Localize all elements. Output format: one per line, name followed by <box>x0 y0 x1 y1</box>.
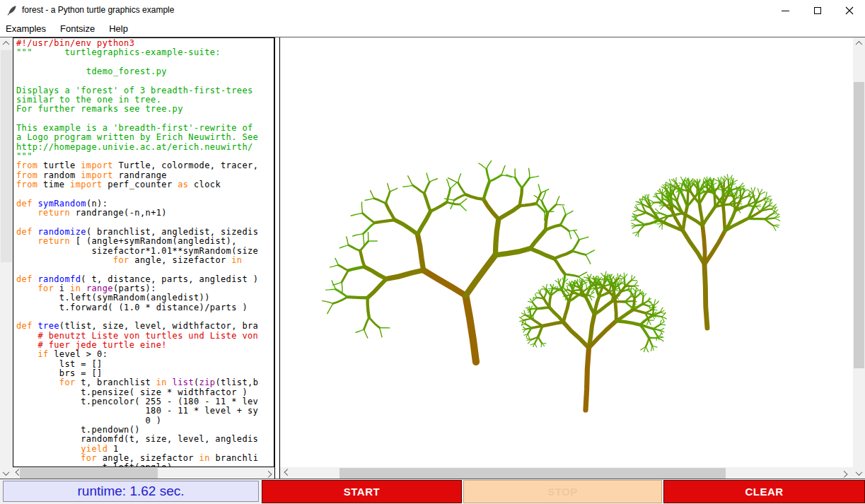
maximize-button[interactable] <box>801 0 833 21</box>
stop-button[interactable]: STOP <box>463 480 662 503</box>
tree-branch <box>363 213 375 223</box>
code-token: def <box>16 321 33 331</box>
close-button[interactable] <box>833 0 865 21</box>
code-token: (parts): <box>113 283 156 293</box>
tree-branch <box>646 346 649 352</box>
tree-branch <box>326 289 336 290</box>
tree-branch <box>662 194 663 202</box>
tree-branch <box>479 163 487 169</box>
tree-branch <box>424 194 431 211</box>
code-line: from random import randrange <box>16 171 274 180</box>
scroll-down-arrow[interactable] <box>0 467 12 479</box>
menu-fontsize[interactable]: Fontsize <box>53 22 102 36</box>
tree-branch <box>577 279 578 283</box>
scroll-down-arrow[interactable] <box>853 467 865 479</box>
code-token: i <box>54 283 70 293</box>
code-line: yield 1 <box>16 445 274 454</box>
code-token: def <box>16 199 33 209</box>
tree-branch <box>667 185 670 188</box>
tree-branch <box>426 173 429 182</box>
scroll-right-arrow[interactable] <box>838 467 850 479</box>
code-token: http://homepage.univie.ac.at/erich.neuwi… <box>16 142 253 152</box>
tree-branch <box>339 245 348 248</box>
code-token: t.pencolor( 255 - (180 - 11 * lev <box>16 397 258 406</box>
menu-help[interactable]: Help <box>102 22 135 36</box>
tree-branch <box>654 202 663 203</box>
code-token: level > 0: <box>49 349 108 359</box>
tree-branch <box>529 168 530 177</box>
scroll-right-arrow[interactable] <box>262 467 274 479</box>
source-code-pane[interactable]: #!/usr/bin/env python3""" turtlegraphics… <box>13 37 274 467</box>
tree-branch <box>330 265 339 267</box>
code-line: for angle, sizefactor in branchli <box>16 454 274 463</box>
code-line: if level > 0: <box>16 350 274 359</box>
tree-branch <box>335 258 338 265</box>
canvas-vertical-scrollbar[interactable] <box>853 37 865 467</box>
code-horizontal-scrollbar[interactable] <box>13 467 274 479</box>
menu-examples[interactable]: Examples <box>0 22 53 36</box>
start-button[interactable]: START <box>262 480 462 503</box>
tree-branch <box>395 220 417 234</box>
tree-branch <box>704 264 707 328</box>
code-line: randomfd(t, size, level, angledis <box>16 435 274 444</box>
tree-branch <box>417 211 430 234</box>
tree-branch <box>369 317 380 328</box>
pane-divider-sash[interactable] <box>274 37 280 479</box>
tree-branch <box>569 231 571 239</box>
code-token: Displays a 'forest' of 3 breadth-first-t… <box>16 86 253 95</box>
code-line: t.pensize( size * widthfactor ) <box>16 388 274 397</box>
scrollbar-thumb[interactable] <box>20 468 158 479</box>
tree-branch <box>465 194 484 199</box>
code-lines: #!/usr/bin/env python3""" turtlegraphics… <box>13 38 274 467</box>
tree-branch <box>560 225 569 230</box>
tree-branch <box>556 197 559 205</box>
tree-branch <box>637 220 644 225</box>
clear-button[interactable]: CLEAR <box>663 480 865 503</box>
title-bar[interactable]: forest - a Python turtle graphics exampl… <box>0 0 865 21</box>
tree-branch <box>586 297 594 315</box>
code-line: def tree(tlist, size, level, widthfactor… <box>16 322 274 331</box>
tree-branch <box>408 176 413 185</box>
menu-bar: Examples Fontsize Help <box>0 21 865 37</box>
scrollbar-thumb[interactable] <box>854 82 864 368</box>
code-line: # benutzt Liste von turtles und Liste vo… <box>16 332 274 341</box>
tree-branch <box>338 265 348 271</box>
minimize-button[interactable] <box>770 0 801 21</box>
code-line: for angle, sizefactor in <box>16 256 274 265</box>
code-token: as <box>178 180 188 189</box>
tree-branch <box>633 310 645 313</box>
python-feather-icon <box>6 4 18 16</box>
scrollbar-thumb[interactable] <box>1 50 12 262</box>
code-line: tdemo_forest.py <box>16 67 274 76</box>
scrollbar-thumb[interactable] <box>339 468 726 479</box>
tree-branch <box>353 234 364 236</box>
scroll-up-arrow[interactable] <box>853 37 865 49</box>
code-token: for <box>37 283 54 293</box>
scroll-left-arrow[interactable] <box>281 467 294 479</box>
scroll-up-arrow[interactable] <box>0 37 12 49</box>
tree-branch <box>660 213 668 216</box>
code-token: This example is a 'breadth-first'-rewrit… <box>16 123 253 133</box>
tree-branch <box>647 320 649 324</box>
status-button-bar: runtime: 1.62 sec. START STOP CLEAR <box>0 479 865 504</box>
tree-branch <box>528 334 530 339</box>
tree-branch <box>753 187 755 194</box>
tree-branch <box>465 295 476 362</box>
tree-branch <box>388 184 390 192</box>
canvas-horizontal-scrollbar[interactable] <box>280 467 853 479</box>
tree-branch <box>643 293 644 297</box>
tree-branch <box>542 192 546 201</box>
tree-branch <box>618 274 620 279</box>
code-token: randomize <box>37 227 86 237</box>
tree-branch <box>458 174 461 183</box>
tree-branch <box>538 184 541 193</box>
tree-branch <box>526 324 531 328</box>
tree-branch <box>774 218 780 221</box>
tree-branch <box>327 303 333 313</box>
tree-branch <box>550 295 551 307</box>
tree-branch <box>661 329 664 331</box>
tree-branch <box>515 177 522 188</box>
code-token <box>16 340 37 350</box>
code-token: ( branchlist, angledist, sizedis <box>86 227 258 237</box>
code-vertical-scrollbar[interactable] <box>0 37 13 479</box>
